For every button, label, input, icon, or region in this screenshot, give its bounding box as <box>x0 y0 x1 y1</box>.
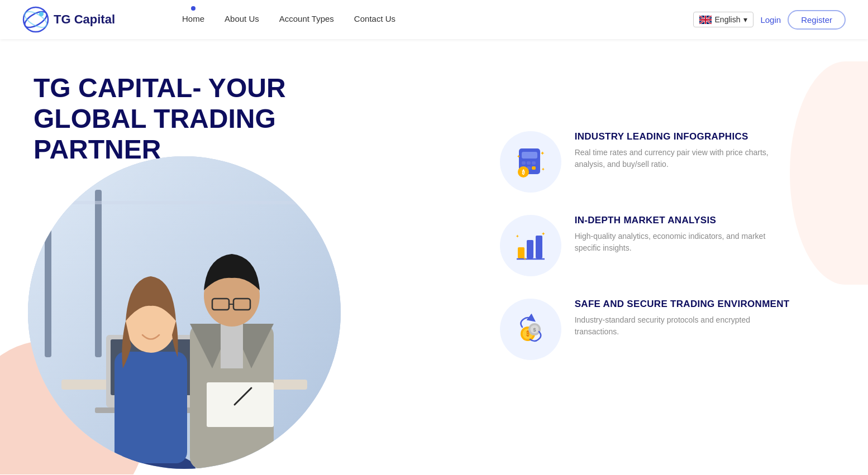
svg-rect-41 <box>536 236 542 258</box>
svg-text:✦: ✦ <box>541 231 546 237</box>
svg-rect-7 <box>45 201 51 357</box>
svg-text:$: $ <box>533 327 536 333</box>
svg-text:✦: ✦ <box>523 257 527 261</box>
svg-text:✦: ✦ <box>517 154 521 159</box>
hero-left: TG CAPITAL- YOUR GLOBAL TRADING PARTNER <box>0 39 478 474</box>
svg-rect-30 <box>532 161 536 165</box>
feature-secure-trading: ₿ $ SAFE AND SECURE TRADING ENVIRONMENT <box>500 299 846 360</box>
feature-icon-circle-3: ₿ $ <box>500 299 561 360</box>
nav-about[interactable]: About Us <box>225 14 259 26</box>
register-button[interactable]: Register <box>788 10 846 30</box>
feature-text-2: IN-DEPTH MARKET ANALYSIS High-quality an… <box>575 215 776 254</box>
nav-contact[interactable]: Contact Us <box>354 14 395 26</box>
feature-text-1: INDUSTRY LEADING INFOGRAPHICS Real time … <box>575 131 776 170</box>
chart-icon: ✦ ✦ ✦ <box>512 228 549 264</box>
svg-rect-33 <box>532 166 536 170</box>
nav-account-types[interactable]: Account Types <box>279 14 334 26</box>
nav-links: Home About Us Account Types Contact Us <box>182 14 693 26</box>
logo-text: TG Capital <box>54 12 115 27</box>
hero-image-container <box>0 95 380 474</box>
chevron-down-icon: ▾ <box>743 15 747 24</box>
language-selector[interactable]: English ▾ <box>693 12 754 27</box>
svg-rect-18 <box>221 324 243 368</box>
svg-rect-28 <box>522 161 526 165</box>
svg-text:✦: ✦ <box>516 234 519 239</box>
feature-title-2: IN-DEPTH MARKET ANALYSIS <box>575 215 776 226</box>
svg-rect-8 <box>95 190 102 357</box>
feature-desc-3: Industry-standard security protocols and… <box>575 314 776 338</box>
flag-icon <box>699 16 712 24</box>
navbar: TG Capital Home About Us Account Types C… <box>0 0 868 39</box>
logo-icon <box>22 6 49 33</box>
svg-text:₿: ₿ <box>522 169 525 175</box>
hero-photo-svg <box>28 156 341 469</box>
feature-title-1: INDUSTRY LEADING INFOGRAPHICS <box>575 131 776 142</box>
nav-home[interactable]: Home <box>182 14 204 26</box>
hero-section: TG CAPITAL- YOUR GLOBAL TRADING PARTNER <box>0 39 868 474</box>
login-button[interactable]: Login <box>760 15 781 25</box>
crypto-icon: ₿ $ <box>512 311 549 348</box>
svg-rect-29 <box>527 161 531 165</box>
feature-market-analysis: ✦ ✦ ✦ IN-DEPTH MARKET ANALYSIS High-qual… <box>500 215 846 276</box>
svg-rect-9 <box>28 201 341 204</box>
svg-rect-40 <box>527 240 533 258</box>
feature-title-3: SAFE AND SECURE TRADING ENVIRONMENT <box>575 299 790 310</box>
feature-text-3: SAFE AND SECURE TRADING ENVIRONMENT Indu… <box>575 299 790 338</box>
calculator-icon: ₿ ✦ ✦ ✦ <box>512 144 549 180</box>
hero-photo <box>28 156 341 469</box>
svg-text:✦: ✦ <box>541 167 545 172</box>
svg-rect-27 <box>522 152 537 159</box>
feature-desc-2: High-quality analytics, economic indicat… <box>575 231 776 254</box>
svg-point-3 <box>39 12 44 16</box>
feature-icon-circle-2: ✦ ✦ ✦ <box>500 215 561 276</box>
svg-rect-24 <box>207 382 274 427</box>
svg-rect-15 <box>115 352 187 463</box>
language-label: English <box>715 15 741 24</box>
feature-desc-1: Real time rates and currency pair view w… <box>575 147 776 170</box>
nav-right: English ▾ Login Register <box>693 10 846 30</box>
feature-icon-circle-1: ₿ ✦ ✦ ✦ <box>500 131 561 193</box>
logo[interactable]: TG Capital <box>22 6 115 33</box>
svg-text:✦: ✦ <box>540 150 545 156</box>
